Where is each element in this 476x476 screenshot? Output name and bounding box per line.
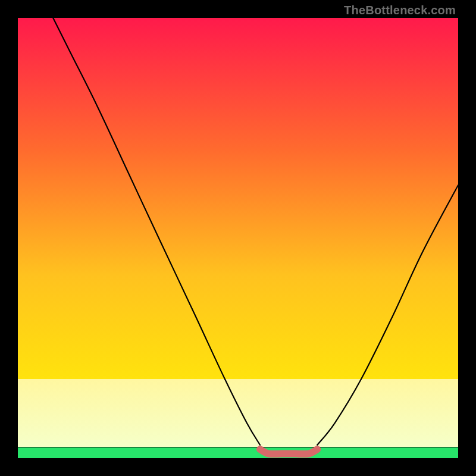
plot-area <box>18 18 458 458</box>
watermark-text: TheBottleneck.com <box>344 4 456 17</box>
heat-gradient <box>18 18 458 396</box>
pale-yellow-band <box>18 379 458 447</box>
chart-stage: TheBottleneck.com <box>0 0 476 476</box>
green-band <box>18 447 458 459</box>
